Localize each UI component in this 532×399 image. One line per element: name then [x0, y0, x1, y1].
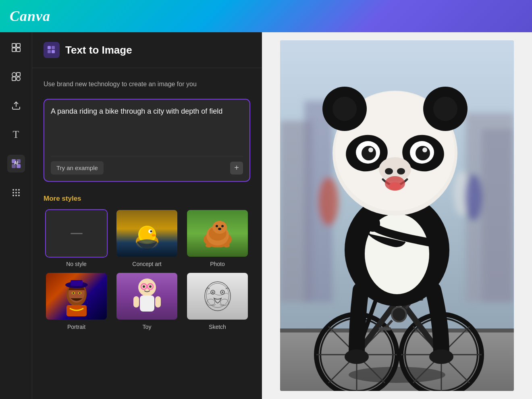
text-sidebar-icon[interactable]: T — [7, 126, 25, 143]
svg-point-120 — [433, 97, 457, 121]
svg-point-128 — [422, 148, 427, 152]
more-styles-title: More styles — [44, 195, 250, 203]
canvas-area — [262, 32, 532, 399]
svg-point-119 — [332, 97, 357, 121]
svg-rect-2 — [12, 48, 16, 52]
panel-header: Text to Image — [32, 32, 262, 68]
svg-point-57 — [149, 285, 152, 288]
plus-button[interactable]: + — [230, 162, 243, 175]
svg-point-20 — [12, 195, 14, 196]
svg-point-133 — [389, 182, 401, 190]
style-label-photo: Photo — [210, 261, 225, 267]
panel-description: Use brand new technology to create an im… — [44, 79, 250, 89]
style-thumb-no-style — [45, 209, 108, 258]
style-item-no-style[interactable]: No style — [44, 209, 109, 267]
style-thumb-toy — [116, 272, 178, 320]
svg-point-29 — [140, 227, 154, 241]
prompt-container: Try an example + — [44, 99, 250, 182]
svg-rect-3 — [17, 48, 20, 52]
panel-title: Text to Image — [65, 44, 132, 56]
svg-point-74 — [318, 177, 339, 226]
svg-point-134 — [345, 349, 369, 364]
svg-point-7 — [17, 77, 20, 81]
svg-point-56 — [143, 285, 145, 288]
style-item-photo[interactable]: Photo — [185, 209, 250, 267]
svg-point-135 — [429, 349, 453, 364]
canva-logo: Canva — [10, 8, 50, 25]
styles-section: More styles No style — [44, 195, 250, 330]
toy-thumb-inner — [116, 273, 177, 320]
svg-rect-60 — [155, 296, 161, 308]
svg-point-18 — [15, 192, 17, 193]
svg-point-126 — [416, 146, 430, 160]
svg-rect-5 — [17, 73, 20, 76]
svg-point-37 — [216, 225, 218, 227]
layout-sidebar-icon[interactable] — [7, 39, 25, 56]
style-thumb-portrait — [45, 272, 108, 320]
svg-point-31 — [150, 231, 152, 233]
svg-point-67 — [207, 299, 215, 305]
style-label-concept-art: Concept art — [132, 261, 161, 267]
style-label-no-style: No style — [66, 261, 87, 267]
svg-point-127 — [368, 148, 373, 152]
generated-image — [280, 40, 514, 391]
svg-point-22 — [18, 195, 20, 196]
sketch-thumb-inner — [187, 273, 248, 320]
svg-rect-78 — [280, 328, 514, 332]
svg-point-39 — [218, 228, 221, 230]
svg-point-76 — [465, 174, 482, 221]
prompt-footer: Try an example + — [51, 156, 243, 175]
svg-point-62 — [206, 283, 229, 308]
svg-rect-6 — [12, 77, 16, 81]
svg-rect-23 — [48, 46, 51, 49]
icon-sidebar: T AI — [0, 32, 32, 399]
try-example-button[interactable]: Try an example — [51, 161, 104, 175]
style-item-toy[interactable]: Toy — [114, 272, 180, 330]
style-thumb-sketch — [186, 272, 249, 320]
style-label-portrait: Portrait — [67, 324, 85, 330]
svg-point-40 — [206, 243, 212, 247]
panel-content: Use brand new technology to create an im… — [32, 68, 262, 341]
style-item-concept-art[interactable]: Concept art — [114, 209, 180, 267]
style-label-sketch: Sketch — [209, 324, 226, 330]
style-thumb-concept-art — [116, 209, 178, 258]
duck-thumb-inner — [116, 210, 177, 257]
svg-point-68 — [220, 299, 229, 305]
svg-rect-26 — [52, 50, 55, 53]
text-to-image-sidebar-icon[interactable]: AI — [7, 155, 25, 172]
upload-sidebar-icon[interactable] — [7, 97, 25, 114]
style-item-sketch[interactable]: Sketch — [185, 272, 250, 330]
svg-rect-25 — [48, 50, 51, 53]
svg-point-48 — [73, 292, 74, 294]
svg-point-21 — [15, 195, 17, 196]
svg-point-65 — [212, 291, 214, 293]
svg-rect-73 — [482, 129, 514, 302]
svg-rect-45 — [71, 280, 83, 286]
svg-point-79 — [349, 367, 445, 383]
svg-rect-0 — [12, 44, 16, 47]
svg-text:AI: AI — [14, 161, 18, 165]
svg-point-14 — [12, 189, 14, 191]
elements-sidebar-icon[interactable] — [7, 68, 25, 85]
prompt-textarea[interactable] — [51, 106, 243, 150]
svg-point-130 — [385, 168, 393, 175]
no-style-background — [46, 210, 107, 257]
svg-point-49 — [79, 292, 81, 294]
svg-rect-1 — [17, 44, 20, 47]
svg-point-17 — [12, 192, 14, 193]
svg-point-16 — [18, 189, 20, 191]
svg-point-19 — [18, 192, 20, 193]
styles-grid: No style — [44, 209, 250, 330]
panel-header-icon — [44, 42, 60, 58]
svg-rect-58 — [140, 295, 154, 312]
header: Canva — [0, 0, 532, 32]
svg-rect-107 — [379, 327, 391, 330]
svg-point-41 — [223, 243, 230, 247]
style-item-portrait[interactable]: Portrait — [44, 272, 109, 330]
svg-point-114 — [366, 216, 380, 232]
apps-sidebar-icon[interactable] — [7, 184, 25, 202]
svg-point-66 — [222, 291, 223, 293]
svg-rect-24 — [52, 46, 55, 49]
panel: Text to Image Use brand new technology t… — [32, 32, 262, 399]
no-style-dash — [71, 233, 83, 234]
